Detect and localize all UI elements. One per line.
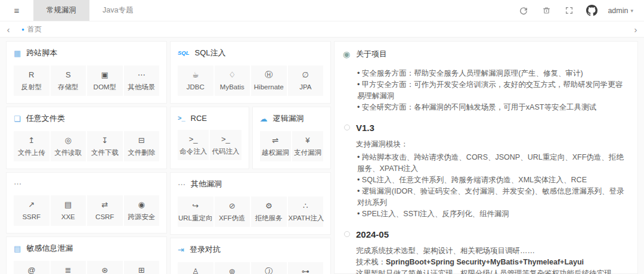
card-file-ops-header: ❏ 任意文件类 xyxy=(14,113,159,124)
fullscreen-icon[interactable] xyxy=(558,7,580,14)
card-file-ops-tiles: ↥ 文件上传 ◎ 文件读取 ↧ 文件下载 ⊟ 文件删除 xyxy=(14,131,159,161)
sitemap-icon: ∴ xyxy=(289,201,323,210)
card-xss-tiles: R 反射型 S 存储型 ▣ DOM型 ⋯ 其他场景 xyxy=(14,66,159,96)
bird-icon: ♢ xyxy=(215,70,250,79)
tile-cross-origin[interactable]: ◉ 跨源安全 xyxy=(124,195,160,226)
main-content: ▦ 跨站脚本 R 反射型 S 存储型 ▣ DOM型 ⋯ 其他场景 xyxy=(0,38,644,274)
letter-icon: R xyxy=(14,70,49,79)
tile-csrf[interactable]: ⇄ CSRF xyxy=(87,195,123,226)
update-line: 这里暂时只做了简单认证实现、权限分级/人员管理等复杂鉴权功能后续待实现…… xyxy=(356,268,629,274)
top-navbar: ≡ 常规漏洞 Java专题 admin ▾ xyxy=(0,0,644,21)
about-icon: ◉ xyxy=(343,49,350,59)
download-icon: ↧ xyxy=(88,136,122,145)
card-logic-header: ☁ 逻辑漏洞 xyxy=(260,113,324,124)
tile-jpa[interactable]: ∅ JPA xyxy=(288,66,324,96)
yen-icon: ¥ xyxy=(293,136,323,145)
external-link-icon: ↗ xyxy=(14,200,49,209)
tile-code-injection[interactable]: >_ 代码注入 xyxy=(210,130,241,160)
tile-xss-other[interactable]: ⋯ 其他场景 xyxy=(124,66,160,96)
version-v13-section: V1.3 支持漏洞模块： 跨站脚本攻击、跨站请求伪造、CORS、JSONP、UR… xyxy=(343,123,629,220)
frame-icon: ▣ xyxy=(88,70,122,79)
ellipsis-icon: ⋯ xyxy=(125,70,159,79)
about-bullet: 安全研究方面：各种漏洞的不同触发场景，可用于xAST等安全工具测试 xyxy=(356,102,629,113)
card-rce-tiles: >_ 命令注入 >_ 代码注入 xyxy=(178,130,242,160)
tile-js-leak[interactable]: @ JS泄漏 xyxy=(14,261,49,274)
tile-account-security[interactable]: ♙ 账号安全 xyxy=(178,262,213,274)
about-bullets: 安全服务方面：帮助安全服务人员理解漏洞原理(产生、修复、审计) 甲方安全方面：可… xyxy=(356,68,629,113)
tile-backup-file[interactable]: ⊞ 备份文件 xyxy=(124,261,160,274)
tile-xss-reflected[interactable]: R 反射型 xyxy=(14,66,49,96)
update-2024-05-section: 2024-05 完成系统技术选型、架构设计、相关靶场项目调研…… 技术栈：Spr… xyxy=(343,229,629,274)
v13-bullet: 跨站脚本攻击、跨站请求伪造、CORS、JSONP、URL重定向、XFF伪造、拒绝… xyxy=(356,152,629,175)
tile-ssrf[interactable]: ↗ SSRF xyxy=(14,195,49,226)
tile-file-upload[interactable]: ↥ 文件上传 xyxy=(14,131,49,161)
tile-login-bypass[interactable]: ⊚ 登录绕过 xyxy=(215,262,250,274)
card-sql-tiles: ☕ JDBC ♢ MyBatis Ⓗ Hibernate ∅ JPA xyxy=(178,66,323,96)
ellipsis-icon: ⋯ xyxy=(14,180,21,188)
tile-test-page[interactable]: ⊛ 测试页面 xyxy=(87,261,123,274)
card-info-leak: ▤ 敏感信息泄漏 @ JS泄漏 ≣ 目录遍历 ⊛ 测试页面 ⊞ 备份文 xyxy=(6,236,167,274)
breadcrumb-bar: ‹ ● 首页 › xyxy=(0,21,644,38)
tile-payment-vuln[interactable]: ¥ 支付漏洞 xyxy=(292,131,323,161)
breadcrumb-home[interactable]: ● 首页 xyxy=(21,24,42,35)
tab-java-topics[interactable]: Java专题 xyxy=(89,0,146,21)
card-logic-vuln: ☁ 逻辑漏洞 ⇌ 越权漏洞 ¥ 支付漏洞 xyxy=(252,107,332,169)
tile-xff-forge[interactable]: ⊘ XFF伪造 xyxy=(215,197,250,227)
refresh-icon[interactable] xyxy=(512,7,535,15)
tile-js-reverse[interactable]: Ⓙ JS逆向 xyxy=(251,262,287,274)
tile-jdbc[interactable]: ☕ JDBC xyxy=(178,66,213,96)
card-xss: ▦ 跨站脚本 R 反射型 S 存储型 ▣ DOM型 ⋯ 其他场景 xyxy=(6,41,167,104)
tile-xss-dom[interactable]: ▣ DOM型 xyxy=(87,66,123,96)
swap-arrows-icon: ⇌ xyxy=(261,136,290,145)
card-title: 逻辑漏洞 xyxy=(273,113,304,124)
card-sql-injection: SQL SQL注入 ☕ JDBC ♢ MyBatis Ⓗ Hibernate ∅ xyxy=(170,41,331,104)
person-icon: ♙ xyxy=(178,267,213,274)
tile-dir-traversal[interactable]: ≣ 目录遍历 xyxy=(51,261,86,274)
swap-arrows-icon: ⇄ xyxy=(88,200,122,209)
document-icon: ▤ xyxy=(51,200,86,209)
tile-dos[interactable]: ⚙ 拒绝服务 xyxy=(251,197,287,227)
card-misc-request-header: ⋯ xyxy=(14,179,159,188)
web-grid-icon: ▦ xyxy=(14,49,21,57)
letter-icon: S xyxy=(51,70,86,79)
terminal-icon: >_ xyxy=(178,115,185,122)
tile-credential-security[interactable]: ⊶ 凭证安全 xyxy=(288,262,324,274)
hamburger-menu-icon[interactable]: ≡ xyxy=(0,0,33,21)
tile-mybatis[interactable]: ♢ MyBatis xyxy=(215,66,250,96)
clear-cache-icon[interactable] xyxy=(535,7,558,14)
user-menu[interactable]: admin ▾ xyxy=(608,7,633,15)
card-title: RCE xyxy=(191,114,207,123)
tile-file-download[interactable]: ↧ 文件下载 xyxy=(87,131,123,161)
tab-scroll-right-icon[interactable]: › xyxy=(627,24,644,35)
tab-scroll-left-icon[interactable]: ‹ xyxy=(0,24,17,35)
read-icon: ◎ xyxy=(51,136,86,145)
github-icon[interactable] xyxy=(580,5,603,16)
cloud-icon: ☁ xyxy=(260,115,268,123)
tile-xss-stored[interactable]: S 存储型 xyxy=(51,66,86,96)
card-rce: >_ RCE >_ 命令注入 >_ 代码注入 xyxy=(170,107,249,169)
tile-idor[interactable]: ⇌ 越权漏洞 xyxy=(260,131,291,161)
dot-icon: ● xyxy=(21,27,24,32)
tab-common-vulns[interactable]: 常规漏洞 xyxy=(33,0,89,21)
card-rce-header: >_ RCE xyxy=(178,113,242,123)
column-middle: SQL SQL注入 ☕ JDBC ♢ MyBatis Ⓗ Hibernate ∅ xyxy=(170,41,331,274)
tile-xpath-injection[interactable]: ∴ XPATH注入 xyxy=(288,197,324,227)
tile-hibernate[interactable]: Ⓗ Hibernate xyxy=(251,66,287,96)
tile-cmd-injection[interactable]: >_ 命令注入 xyxy=(178,130,209,160)
key-icon: ⊶ xyxy=(289,267,323,274)
update-title: 2024-05 xyxy=(356,229,629,239)
navbar-actions: admin ▾ xyxy=(512,0,644,21)
redirect-arrow-icon: ↪ xyxy=(178,201,213,210)
login-arrow-icon: ⇥ xyxy=(178,246,184,254)
tile-xxe[interactable]: ▤ XXE xyxy=(51,195,86,226)
rce-logic-row: >_ RCE >_ 命令注入 >_ 代码注入 ☁ 逻辑漏 xyxy=(170,107,331,169)
card-xss-header: ▦ 跨站脚本 xyxy=(14,48,159,58)
tech-stack-value: SpringBoot+Spring Security+MyBatis+Thyme… xyxy=(386,258,584,266)
v13-bullet: SQL注入、任意文件系列、跨服务端请求伪造、XML实体注入、RCE xyxy=(356,175,629,186)
gear-icon: ⚙ xyxy=(252,201,286,210)
tile-file-delete[interactable]: ⊟ 文件删除 xyxy=(124,131,160,161)
card-other-header: ⋯ 其他漏洞 xyxy=(178,179,323,189)
tile-file-read[interactable]: ◎ 文件读取 xyxy=(51,131,86,161)
tile-url-redirect[interactable]: ↪ URL重定向 xyxy=(178,197,213,227)
chevron-down-icon: ▾ xyxy=(630,8,633,14)
